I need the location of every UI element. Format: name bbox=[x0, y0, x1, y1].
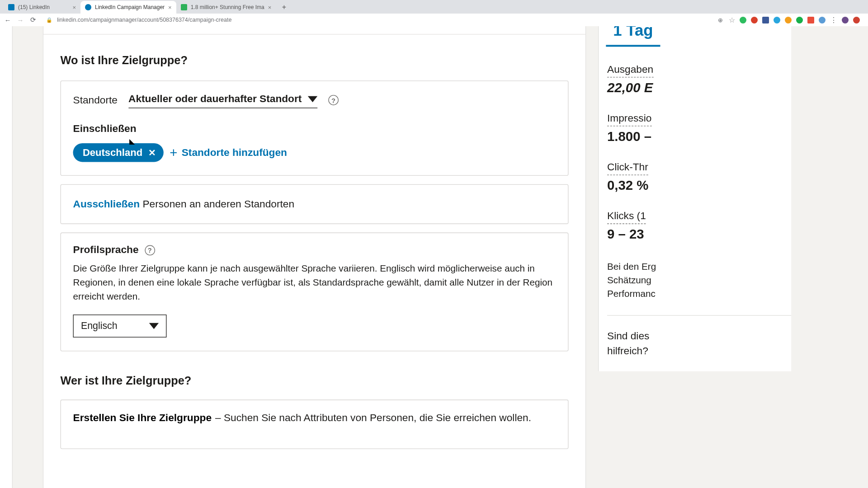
section-heading-who: Wer ist Ihre Zielgruppe? bbox=[43, 360, 585, 399]
forecast-impressions-value: 1.800 – bbox=[607, 129, 791, 145]
forecast-impressions-label: Impressio bbox=[607, 113, 651, 127]
section-heading-where: Wo ist Ihre Zielgruppe? bbox=[43, 35, 585, 80]
extension-icon[interactable] bbox=[853, 17, 860, 23]
extension-icons: ⊕ ☆ ⋮ bbox=[716, 16, 864, 24]
include-label: Einschließen bbox=[73, 123, 556, 135]
language-select-value: Englisch bbox=[81, 320, 118, 331]
extension-icon[interactable] bbox=[774, 17, 780, 23]
extension-icon[interactable] bbox=[751, 17, 758, 23]
favicon-linkedin-cm bbox=[85, 4, 91, 10]
profile-avatar[interactable] bbox=[842, 17, 849, 23]
add-locations-link[interactable]: + Standorte hinzufügen bbox=[170, 146, 287, 159]
tab-title: (15) LinkedIn bbox=[18, 4, 50, 10]
browser-tab[interactable]: (15) LinkedIn × bbox=[4, 1, 80, 14]
build-audience-rest: – Suchen Sie nach Attributen von Persone… bbox=[215, 412, 531, 424]
menu-icon[interactable]: ⋮ bbox=[830, 16, 837, 24]
plus-icon: + bbox=[170, 146, 177, 159]
browser-chrome: (15) LinkedIn × LinkedIn Campaign Manage… bbox=[0, 0, 868, 26]
main-column: Wo ist Ihre Zielgruppe? Standorte Aktuel… bbox=[43, 26, 586, 488]
build-audience-card: Erstellen Sie Ihre Zielgruppe – Suchen S… bbox=[61, 399, 569, 449]
location-chip[interactable]: Deutschland ✕ bbox=[73, 143, 164, 162]
language-card: Profilsprache ? Die Größe Ihrer Zielgrup… bbox=[61, 233, 569, 352]
forecast-spend-value: 22,00 E bbox=[607, 80, 791, 96]
extension-icon[interactable] bbox=[762, 17, 769, 23]
close-icon[interactable]: × bbox=[72, 4, 76, 11]
extension-icon[interactable] bbox=[796, 17, 803, 23]
lock-icon: 🔒 bbox=[46, 17, 52, 23]
reload-button[interactable]: ⟳ bbox=[29, 16, 37, 24]
chip-label: Deutschland bbox=[83, 147, 142, 158]
location-type-dropdown[interactable]: Aktueller oder dauerhafter Standort bbox=[128, 92, 317, 108]
locations-card: Standorte Aktueller oder dauerhafter Sta… bbox=[61, 80, 569, 176]
close-icon[interactable]: × bbox=[168, 4, 172, 11]
browser-tab[interactable]: 1.8 million+ Stunning Free Ima × bbox=[176, 1, 276, 14]
add-locations-label: Standorte hinzufügen bbox=[182, 146, 287, 159]
location-chips-row: Deutschland ✕ + Standorte hinzufügen bbox=[73, 143, 556, 162]
help-icon[interactable]: ? bbox=[328, 95, 339, 105]
address-bar-row: ← → ⟳ 🔒 linkedin.com/campaignmanager/acc… bbox=[0, 14, 868, 26]
new-tab-button[interactable]: + bbox=[278, 2, 289, 13]
forecast-tab[interactable]: 1 Tag bbox=[606, 26, 660, 47]
extension-icon[interactable] bbox=[807, 17, 814, 23]
close-icon[interactable]: × bbox=[268, 4, 272, 11]
forecast-note: Bei den Erg Schätzung Performanc bbox=[607, 260, 791, 301]
tab-strip: (15) LinkedIn × LinkedIn Campaign Manage… bbox=[0, 0, 868, 14]
forecast-clicks-label: Klicks (1 bbox=[607, 210, 646, 224]
forecast-panel: 1 Tag Ausgaben 22,00 E Impressio 1.800 –… bbox=[598, 26, 791, 371]
left-rail bbox=[0, 26, 13, 488]
exclude-card: Ausschließen Personen an anderen Standor… bbox=[61, 184, 569, 224]
forecast-clicks-value: 9 – 23 bbox=[607, 226, 791, 242]
help-icon[interactable]: ? bbox=[145, 245, 155, 255]
star-icon[interactable]: ☆ bbox=[729, 16, 735, 24]
forecast-spend-label: Ausgaben bbox=[607, 64, 653, 78]
language-heading: Profilsprache bbox=[73, 244, 139, 256]
forecast-feedback-question: Sind dies hilfreich? bbox=[607, 329, 791, 359]
tab-title: 1.8 million+ Stunning Free Ima bbox=[191, 4, 264, 10]
back-button[interactable]: ← bbox=[4, 16, 12, 24]
favicon-linkedin bbox=[8, 4, 14, 10]
forward-button[interactable]: → bbox=[16, 16, 24, 24]
favicon-pixabay bbox=[181, 4, 187, 10]
exclude-link[interactable]: Ausschließen bbox=[73, 198, 140, 209]
chevron-down-icon bbox=[149, 323, 159, 329]
extension-icon[interactable] bbox=[785, 17, 792, 23]
language-select[interactable]: Englisch bbox=[73, 314, 167, 338]
tab-title: LinkedIn Campaign Manager bbox=[95, 4, 165, 10]
exclude-text: Personen an anderen Standorten bbox=[142, 198, 294, 209]
build-audience-strong: Erstellen Sie Ihre Zielgruppe bbox=[73, 412, 212, 424]
address-bar[interactable]: linkedin.com/campaignmanager/account/508… bbox=[57, 17, 712, 23]
locations-label: Standorte bbox=[73, 94, 118, 106]
language-description: Die Größe Ihrer Zielgruppe kann je nach … bbox=[73, 262, 556, 304]
chevron-down-icon bbox=[308, 96, 317, 102]
forecast-ctr-value: 0,32 % bbox=[607, 178, 791, 193]
zoom-icon[interactable]: ⊕ bbox=[716, 17, 724, 23]
forecast-ctr-label: Click-Thr bbox=[607, 161, 648, 175]
remove-chip-icon[interactable]: ✕ bbox=[148, 147, 156, 158]
extension-icon[interactable] bbox=[740, 17, 746, 23]
page-viewport: Wo ist Ihre Zielgruppe? Standorte Aktuel… bbox=[0, 26, 868, 488]
browser-tab[interactable]: LinkedIn Campaign Manager × bbox=[80, 1, 176, 14]
extension-icon[interactable] bbox=[819, 17, 826, 23]
location-type-value: Aktueller oder dauerhafter Standort bbox=[128, 93, 302, 105]
